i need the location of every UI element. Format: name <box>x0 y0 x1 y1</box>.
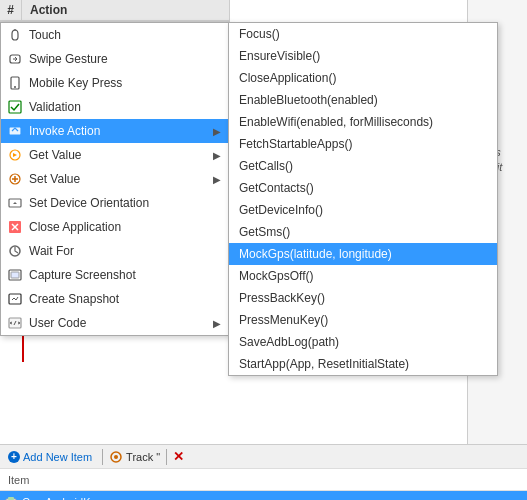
screenshot-icon <box>7 267 23 283</box>
menu-item-touch[interactable]: Touch <box>1 23 229 47</box>
menu-item-mobile-key[interactable]: Mobile Key Press <box>1 71 229 95</box>
submenu-item-press-menu[interactable]: PressMenuKey() <box>229 309 497 331</box>
toolbar-row: + Add New Item Track " ✕ <box>0 445 527 469</box>
submenu-item-start-app[interactable]: StartApp(App, ResetInitialState) <box>229 353 497 375</box>
submenu-item-get-device-info[interactable]: GetDeviceInfo() <box>229 199 497 221</box>
mobile-icon <box>7 75 23 91</box>
add-new-label: Add New Item <box>23 451 92 463</box>
menu-item-label-touch: Touch <box>29 28 221 42</box>
submenu-item-mock-gps-off[interactable]: MockGpsOff() <box>229 265 497 287</box>
menu-item-label-capture: Capture Screenshot <box>29 268 221 282</box>
separator-2 <box>166 449 167 465</box>
menu-item-set-value[interactable]: Set Value▶ <box>1 167 229 191</box>
item-label: Item <box>8 474 29 486</box>
menu-item-close-app[interactable]: Close Application <box>1 215 229 239</box>
orient-icon <box>7 195 23 211</box>
menu-item-label-validation: Validation <box>29 100 221 114</box>
svg-rect-23 <box>8 497 14 500</box>
invoke-icon <box>7 123 23 139</box>
track-label: Track " <box>126 451 160 463</box>
delete-button[interactable]: ✕ <box>173 449 184 464</box>
menu-item-label-mobile-key: Mobile Key Press <box>29 76 221 90</box>
menu-item-get-value[interactable]: Get Value▶ <box>1 143 229 167</box>
bottom-bar: + Add New Item Track " ✕ Item ComAndroid… <box>0 444 527 500</box>
submenu-arrow-user-code: ▶ <box>213 318 221 329</box>
submenu-arrow-invoke: ▶ <box>213 126 221 137</box>
svg-point-3 <box>14 86 16 88</box>
separator-1 <box>102 449 103 465</box>
menu-item-validation[interactable]: Validation <box>1 95 229 119</box>
swipe-icon <box>7 51 23 67</box>
menu-item-invoke[interactable]: Invoke Action▶ <box>1 119 229 143</box>
primary-context-menu: TouchSwipe GestureMobile Key PressValida… <box>0 22 230 336</box>
hash-column: # <box>0 0 22 20</box>
svg-point-21 <box>114 455 118 459</box>
menu-item-label-set-value: Set Value <box>29 172 207 186</box>
close-app-icon <box>7 219 23 235</box>
action-column: Action <box>22 3 229 17</box>
submenu-item-get-calls[interactable]: GetCalls() <box>229 155 497 177</box>
menu-item-label-snapshot: Create Snapshot <box>29 292 221 306</box>
menu-item-label-wait-for: Wait For <box>29 244 221 258</box>
plus-icon: + <box>8 451 20 463</box>
menu-item-label-invoke: Invoke Action <box>29 124 207 138</box>
menu-item-user-code[interactable]: User Code▶ <box>1 311 229 335</box>
android-icon <box>4 495 18 501</box>
menu-item-label-close-app: Close Application <box>29 220 221 234</box>
menu-item-snapshot[interactable]: Create Snapshot <box>1 287 229 311</box>
submenu-item-press-back[interactable]: PressBackKey() <box>229 287 497 309</box>
submenu-item-mock-gps[interactable]: MockGps(latitude, longitude) <box>229 243 497 265</box>
waitfor-icon <box>7 243 23 259</box>
setval-icon <box>7 171 23 187</box>
submenu-item-fetch-startable[interactable]: FetchStartableApps() <box>229 133 497 155</box>
track-icon <box>109 450 123 464</box>
svg-rect-4 <box>9 101 21 113</box>
invoke-action-submenu: Focus()EnsureVisible()CloseApplication()… <box>228 22 498 376</box>
com-android-row[interactable]: ComAndroidKeepass <box>0 491 527 500</box>
track-button[interactable]: Track " <box>109 450 160 464</box>
menu-item-label-user-code: User Code <box>29 316 207 330</box>
item-header-row: Item <box>0 469 527 491</box>
menu-item-label-get-value: Get Value <box>29 148 207 162</box>
submenu-item-enable-wifi[interactable]: EnableWifi(enabled, forMilliseconds) <box>229 111 497 133</box>
submenu-item-get-contacts[interactable]: GetContacts() <box>229 177 497 199</box>
column-header: # Action <box>0 0 230 22</box>
add-new-item-button[interactable]: + Add New Item <box>4 449 96 465</box>
submenu-item-get-sms[interactable]: GetSms() <box>229 221 497 243</box>
validation-icon <box>7 99 23 115</box>
touch-icon <box>7 27 23 43</box>
submenu-arrow-get-value: ▶ <box>213 150 221 161</box>
snapshot-icon <box>7 291 23 307</box>
submenu-arrow-set-value: ▶ <box>213 174 221 185</box>
submenu-item-save-adb[interactable]: SaveAdbLog(path) <box>229 331 497 353</box>
submenu-item-close-application[interactable]: CloseApplication() <box>229 67 497 89</box>
submenu-item-ensure-visible[interactable]: EnsureVisible() <box>229 45 497 67</box>
menu-item-label-set-device: Set Device Orientation <box>29 196 221 210</box>
submenu-item-focus[interactable]: Focus() <box>229 23 497 45</box>
menu-item-wait-for[interactable]: Wait For <box>1 239 229 263</box>
menu-item-capture[interactable]: Capture Screenshot <box>1 263 229 287</box>
submenu-item-enable-bluetooth[interactable]: EnableBluetooth(enabled) <box>229 89 497 111</box>
com-android-label: ComAndroidKeepass <box>22 496 126 501</box>
svg-rect-16 <box>11 272 19 278</box>
getval-icon <box>7 147 23 163</box>
usercode-icon <box>7 315 23 331</box>
menu-item-set-device[interactable]: Set Device Orientation <box>1 191 229 215</box>
menu-item-swipe[interactable]: Swipe Gesture <box>1 47 229 71</box>
menu-item-label-swipe: Swipe Gesture <box>29 52 221 66</box>
